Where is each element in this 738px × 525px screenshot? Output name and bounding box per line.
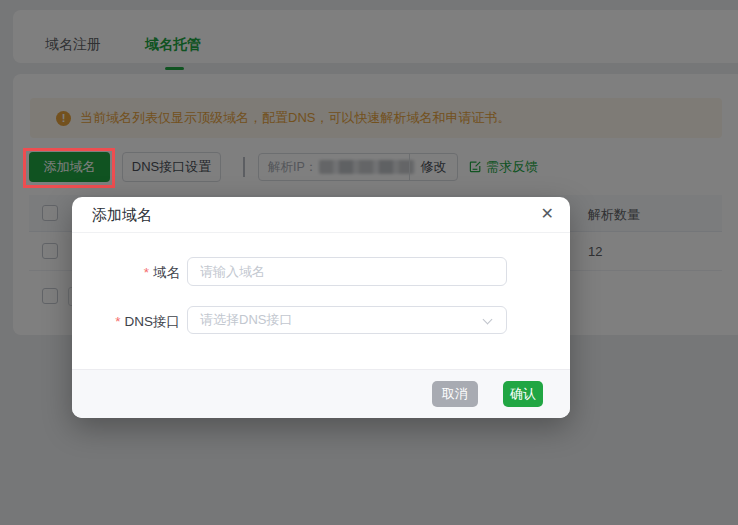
annotation-highlight-box (23, 148, 115, 188)
confirm-button[interactable]: 确认 (503, 381, 543, 407)
chevron-down-icon (483, 315, 493, 325)
dialog-footer: 取消 确认 (72, 369, 570, 418)
dialog-header: 添加域名 ✕ (72, 197, 570, 233)
add-domain-dialog: 添加域名 ✕ 域名 DNS接口 请选择DNS接口 取消 确认 (72, 197, 570, 418)
dns-select[interactable]: 请选择DNS接口 (187, 306, 507, 334)
dns-field-label: DNS接口 (72, 313, 180, 331)
close-icon[interactable]: ✕ (541, 204, 554, 224)
dialog-title: 添加域名 (92, 206, 152, 225)
domain-input[interactable] (187, 257, 507, 286)
page: 域名注册 域名托管 当前域名列表仅显示顶级域名，配置DNS，可以快速解析域名和申… (0, 0, 738, 525)
cancel-button[interactable]: 取消 (432, 381, 478, 407)
dns-select-placeholder: 请选择DNS接口 (200, 311, 292, 329)
domain-field-label: 域名 (72, 264, 180, 282)
